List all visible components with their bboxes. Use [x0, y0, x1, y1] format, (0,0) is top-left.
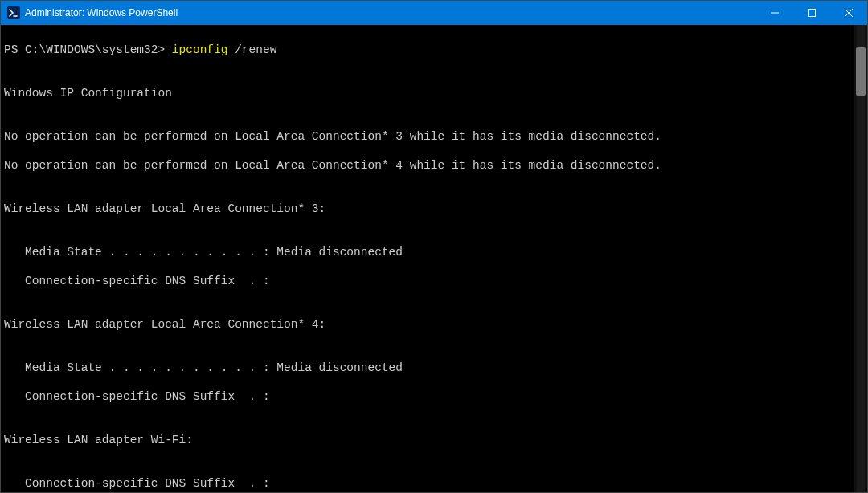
scrollbar-thumb[interactable] — [856, 47, 866, 96]
output-line: Connection-specific DNS Suffix . : — [4, 476, 867, 491]
output-line: Media State . . . . . . . . . . . : Medi… — [4, 245, 867, 259]
maximize-button[interactable] — [793, 1, 830, 25]
output-line: No operation can be performed on Local A… — [4, 129, 867, 144]
svg-rect-3 — [809, 10, 816, 17]
window-title: Administrator: Windows PowerShell — [25, 7, 178, 18]
powershell-icon — [7, 6, 20, 19]
svg-rect-0 — [7, 6, 20, 19]
output-line: No operation can be performed on Local A… — [4, 158, 867, 173]
command-1-arg: /renew — [235, 43, 276, 56]
command-1-head: ipconfig — [172, 43, 235, 56]
output-line: Wireless LAN adapter Local Area Connecti… — [4, 202, 867, 216]
output-line: Connection-specific DNS Suffix . : — [4, 274, 867, 288]
output-line: Windows IP Configuration — [4, 86, 867, 100]
window-titlebar[interactable]: Administrator: Windows PowerShell — [1, 1, 867, 25]
prompt-line-1: PS C:\WINDOWS\system32> ipconfig /renew — [4, 43, 867, 57]
vertical-scrollbar[interactable] — [854, 25, 867, 492]
prompt-1: PS C:\WINDOWS\system32> — [4, 43, 172, 56]
close-button[interactable] — [830, 1, 867, 25]
output-line: Media State . . . . . . . . . . . : Medi… — [4, 361, 867, 375]
minimize-button[interactable] — [756, 1, 793, 25]
terminal-output[interactable]: PS C:\WINDOWS\system32> ipconfig /renew … — [1, 25, 867, 492]
output-line: Wireless LAN adapter Local Area Connecti… — [4, 317, 867, 332]
output-line: Connection-specific DNS Suffix . : — [4, 389, 867, 404]
output-line: Wireless LAN adapter Wi-Fi: — [4, 433, 867, 447]
